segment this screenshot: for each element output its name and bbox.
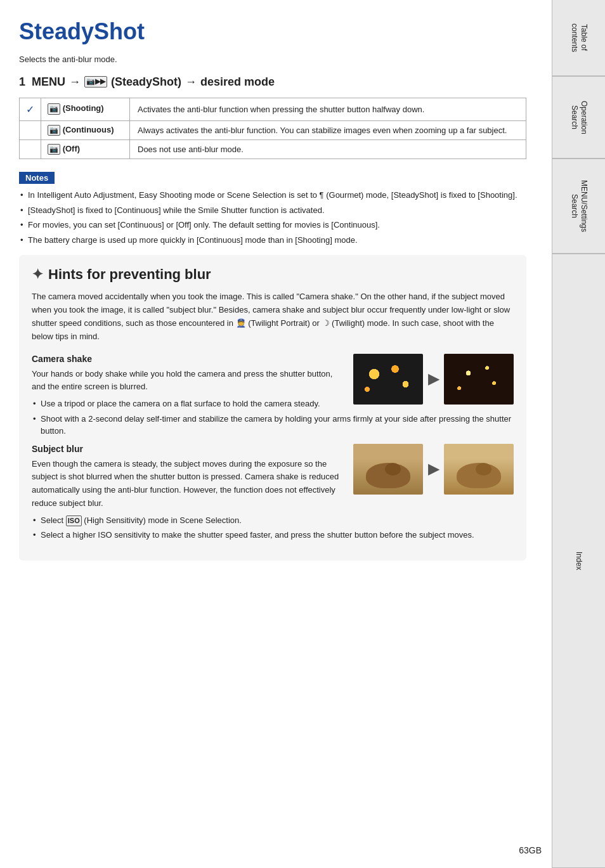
list-item: [SteadyShot] is fixed to [Continuous] wh… bbox=[19, 204, 526, 217]
hints-icon: ✦ bbox=[32, 266, 43, 283]
list-item: Shoot with a 2-second delay self-timer a… bbox=[32, 413, 514, 437]
camera-shake-section: ▶ Camera shake Your hands or body shake … bbox=[32, 354, 514, 444]
menu-instruction: 1 MENU → 📷▶▶ (SteadyShot) → desired mode bbox=[19, 75, 526, 89]
checkmark-icon: ✓ bbox=[26, 104, 34, 115]
list-item: Select a higher ISO sensitivity to make … bbox=[32, 529, 514, 541]
image-arrow-icon: ▶ bbox=[428, 461, 439, 477]
continuous-icon: 📷 bbox=[48, 125, 60, 136]
page-number: 63GB bbox=[519, 845, 542, 855]
off-label: (Off) bbox=[63, 144, 80, 153]
sidebar-item-menu[interactable]: MENU/SettingsSearch bbox=[552, 159, 605, 254]
high-sensitivity-icon: ISO bbox=[66, 515, 82, 526]
subject-blur-section: ▶ Subject blur Even though the camera is… bbox=[32, 444, 514, 548]
sidebar-item-index[interactable]: Index bbox=[552, 254, 605, 868]
shooting-icon: 📷 bbox=[48, 103, 60, 114]
hints-section: ✦ Hints for preventing blur The camera m… bbox=[19, 255, 526, 560]
list-item: The battery charge is used up more quick… bbox=[19, 234, 526, 247]
table-row: 📷 (Continuous) Always activates the anti… bbox=[20, 120, 526, 139]
shooting-label: (Shooting) bbox=[63, 104, 104, 113]
subtitle: Selects the anti-blur mode. bbox=[19, 55, 526, 64]
table-row: ✓ 📷 (Shooting) Activates the anti-blur f… bbox=[20, 98, 526, 120]
list-item: Select ISO (High Sensitivity) mode in Sc… bbox=[32, 514, 514, 527]
check-cell: ✓ bbox=[20, 98, 41, 120]
list-item: For movies, you can set [Continuous] or … bbox=[19, 219, 526, 231]
row-label: 📷 (Continuous) bbox=[41, 120, 130, 139]
hints-title: ✦ Hints for preventing blur bbox=[32, 266, 514, 283]
menu-dest: desired mode bbox=[200, 75, 275, 89]
arrow1: → bbox=[69, 75, 81, 89]
sidebar-index-label: Index bbox=[574, 552, 584, 570]
sidebar-operation-label: OperationSearch bbox=[569, 101, 589, 134]
arrow2: → bbox=[185, 75, 197, 89]
menu-step: 1 bbox=[19, 75, 25, 89]
list-item: In Intelligent Auto Adjustment, Easy Sho… bbox=[19, 189, 526, 202]
camera-shake-tips: Use a tripod or place the camera on a fl… bbox=[32, 398, 514, 437]
menu-label: (SteadyShot) bbox=[111, 75, 181, 89]
list-item: Use a tripod or place the camera on a fl… bbox=[32, 398, 514, 410]
subject-blur-images: ▶ bbox=[353, 444, 514, 495]
camera-shake-images: ▶ bbox=[353, 354, 514, 405]
camera-shake-before-image bbox=[353, 354, 423, 405]
hints-intro: The camera moved accidentally when you t… bbox=[32, 290, 514, 343]
image-arrow-icon: ▶ bbox=[428, 371, 439, 387]
steadyshot-icon: 📷▶▶ bbox=[84, 76, 107, 87]
sidebar-toc-label: Table ofcontents bbox=[569, 23, 589, 52]
mode-table: ✓ 📷 (Shooting) Activates the anti-blur f… bbox=[19, 98, 526, 160]
notes-box: Notes In Intelligent Auto Adjustment, Ea… bbox=[19, 172, 526, 246]
sidebar-menu-label: MENU/SettingsSearch bbox=[569, 180, 589, 232]
check-cell-empty bbox=[20, 139, 41, 159]
notes-list: In Intelligent Auto Adjustment, Easy Sho… bbox=[19, 189, 526, 246]
subject-blur-before-image bbox=[353, 444, 423, 495]
subject-blur-tips: Select ISO (High Sensitivity) mode in Sc… bbox=[32, 514, 514, 541]
row-label: 📷 (Off) bbox=[41, 139, 130, 159]
sidebar-item-toc[interactable]: Table ofcontents bbox=[552, 0, 605, 76]
row-desc: Does not use anti-blur mode. bbox=[130, 139, 526, 159]
sidebar: Table ofcontents OperationSearch MENU/Se… bbox=[552, 0, 605, 868]
row-label: 📷 (Shooting) bbox=[41, 98, 130, 120]
row-desc: Always activates the anti-blur function.… bbox=[130, 120, 526, 139]
camera-shake-after-image bbox=[444, 354, 514, 405]
notes-label: Notes bbox=[19, 172, 55, 184]
sidebar-item-operation[interactable]: OperationSearch bbox=[552, 76, 605, 159]
off-icon: 📷 bbox=[48, 144, 60, 155]
table-row: 📷 (Off) Does not use anti-blur mode. bbox=[20, 139, 526, 159]
continuous-label: (Continuous) bbox=[63, 125, 114, 134]
page-title: SteadyShot bbox=[19, 19, 526, 44]
subject-blur-after-image bbox=[444, 444, 514, 495]
check-cell-empty bbox=[20, 120, 41, 139]
row-desc: Activates the anti-blur function when pr… bbox=[130, 98, 526, 120]
